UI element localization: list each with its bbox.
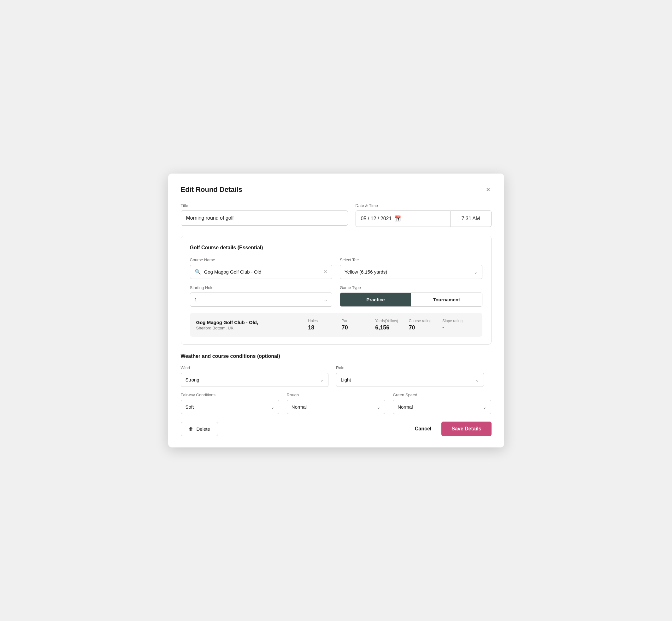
slope-rating-label: Slope rating [442, 319, 463, 323]
wind-dropdown[interactable]: Strong ⌄ [181, 373, 329, 387]
fairway-dropdown[interactable]: Soft ⌄ [181, 400, 279, 414]
edit-round-modal: Edit Round Details × Title Date & Time 0… [168, 173, 504, 448]
datetime-field-group: Date & Time 05 / 12 / 2021 📅 7:31 AM [355, 203, 492, 227]
close-button[interactable]: × [485, 185, 492, 194]
trash-icon: 🗑 [189, 426, 194, 432]
holes-stat: Holes 18 [308, 319, 341, 331]
wind-rain-row: Wind Strong ⌄ Rain Light ⌄ [181, 365, 492, 387]
calendar-icon: 📅 [394, 215, 401, 222]
holes-label: Holes [308, 319, 318, 323]
datetime-label: Date & Time [355, 203, 492, 208]
chevron-down-icon-fairway: ⌄ [271, 405, 275, 410]
footer-right: Cancel Save Details [412, 422, 492, 436]
green-value: Normal [397, 404, 413, 410]
footer-row: 🗑 Delete Cancel Save Details [181, 422, 492, 436]
date-input[interactable]: 05 / 12 / 2021 📅 [355, 210, 451, 227]
course-name-text[interactable] [204, 269, 321, 275]
save-button[interactable]: Save Details [442, 422, 491, 436]
fairway-label: Fairway Conditions [181, 392, 279, 397]
clear-icon[interactable]: ✕ [323, 269, 328, 275]
course-info-name: Gog Magog Golf Club - Old, [196, 320, 308, 325]
game-type-label: Game Type [340, 285, 482, 290]
datetime-group: 05 / 12 / 2021 📅 7:31 AM [355, 210, 492, 227]
modal-title: Edit Round Details [181, 185, 243, 194]
chevron-down-icon-rain: ⌄ [475, 377, 479, 382]
golf-section-title: Golf Course details (Essential) [190, 245, 482, 251]
time-input[interactable]: 7:31 AM [451, 210, 492, 227]
delete-label: Delete [197, 426, 210, 432]
select-tee-dropdown[interactable]: Yellow (6,156 yards) ⌄ [340, 265, 482, 279]
yards-value: 6,156 [375, 324, 389, 331]
rough-label: Rough [287, 392, 385, 397]
title-input[interactable] [181, 210, 348, 225]
weather-section-title: Weather and course conditions (optional) [181, 354, 492, 359]
course-rating-stat: Course rating 70 [409, 319, 442, 331]
wind-value: Strong [185, 377, 199, 382]
green-dropdown[interactable]: Normal ⌄ [393, 400, 491, 414]
course-info-name-block: Gog Magog Golf Club - Old, Shelford Bott… [196, 320, 308, 330]
weather-section: Weather and course conditions (optional)… [181, 354, 492, 414]
starting-hole-value: 1 [195, 297, 197, 302]
date-value: 05 / 12 / 2021 [361, 216, 392, 221]
course-info-box: Gog Magog Golf Club - Old, Shelford Bott… [190, 313, 482, 337]
rough-dropdown[interactable]: Normal ⌄ [287, 400, 385, 414]
top-row: Title Date & Time 05 / 12 / 2021 📅 7:31 … [181, 203, 492, 227]
fairway-rough-green-row: Fairway Conditions Soft ⌄ Rough Normal ⌄… [181, 392, 492, 414]
holes-value: 18 [308, 324, 314, 331]
tournament-button[interactable]: Tournament [411, 293, 482, 306]
slope-rating-stat: Slope rating - [442, 319, 476, 331]
fairway-value: Soft [185, 404, 194, 410]
modal-header: Edit Round Details × [181, 185, 492, 194]
yards-label: Yards(Yellow) [375, 319, 398, 323]
wind-label: Wind [181, 365, 329, 370]
course-stats: Holes 18 Par 70 Yards(Yellow) 6,156 Cour… [308, 319, 476, 331]
cancel-button[interactable]: Cancel [412, 422, 434, 436]
chevron-down-icon-rough: ⌄ [377, 405, 380, 410]
course-name-input[interactable]: 🔍 ✕ [190, 265, 333, 279]
chevron-down-icon-hole: ⌄ [324, 297, 328, 302]
title-label: Title [181, 203, 348, 208]
rain-label: Rain [336, 365, 484, 370]
game-type-group: Game Type Practice Tournament [340, 285, 482, 307]
rain-group: Rain Light ⌄ [336, 365, 484, 387]
time-value: 7:31 AM [462, 216, 480, 221]
course-tee-row: Course Name 🔍 ✕ Select Tee Yellow (6,156… [190, 257, 482, 279]
rain-value: Light [341, 377, 351, 382]
practice-button[interactable]: Practice [340, 293, 411, 306]
wind-group: Wind Strong ⌄ [181, 365, 329, 387]
par-label: Par [342, 319, 348, 323]
fairway-group: Fairway Conditions Soft ⌄ [181, 392, 279, 414]
rough-group: Rough Normal ⌄ [287, 392, 385, 414]
chevron-down-icon-wind: ⌄ [320, 377, 324, 382]
search-icon: 🔍 [195, 269, 201, 275]
title-field-group: Title [181, 203, 348, 227]
par-stat: Par 70 [342, 319, 375, 331]
green-label: Green Speed [393, 392, 491, 397]
starting-hole-dropdown[interactable]: 1 ⌄ [190, 292, 333, 307]
course-name-label: Course Name [190, 257, 333, 262]
select-tee-group: Select Tee Yellow (6,156 yards) ⌄ [340, 257, 482, 279]
green-group: Green Speed Normal ⌄ [393, 392, 491, 414]
course-rating-label: Course rating [409, 319, 432, 323]
hole-gametype-row: Starting Hole 1 ⌄ Game Type Practice Tou… [190, 285, 482, 307]
rough-value: Normal [292, 404, 307, 410]
chevron-down-icon-green: ⌄ [483, 405, 487, 410]
chevron-down-icon: ⌄ [474, 270, 478, 275]
slope-rating-value: - [442, 324, 444, 331]
starting-hole-label: Starting Hole [190, 285, 333, 290]
yards-stat: Yards(Yellow) 6,156 [375, 319, 409, 331]
course-info-location: Shelford Bottom, UK [196, 326, 308, 330]
delete-button[interactable]: 🗑 Delete [181, 422, 218, 436]
starting-hole-group: Starting Hole 1 ⌄ [190, 285, 333, 307]
par-value: 70 [342, 324, 348, 331]
game-type-toggle: Practice Tournament [340, 292, 482, 307]
course-name-group: Course Name 🔍 ✕ [190, 257, 333, 279]
select-tee-value: Yellow (6,156 yards) [344, 269, 387, 275]
select-tee-label: Select Tee [340, 257, 482, 262]
course-rating-value: 70 [409, 324, 415, 331]
golf-course-section: Golf Course details (Essential) Course N… [181, 236, 492, 344]
rain-dropdown[interactable]: Light ⌄ [336, 373, 484, 387]
